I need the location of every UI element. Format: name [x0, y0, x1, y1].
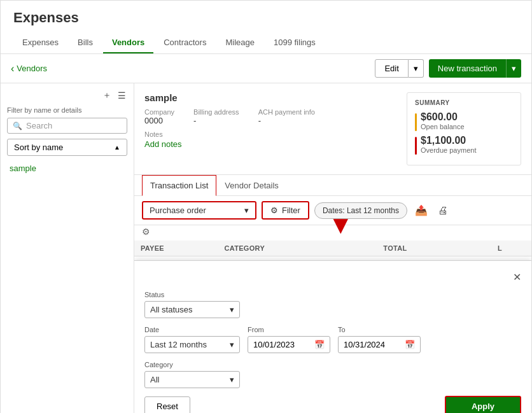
tab-contractors[interactable]: Contractors — [155, 32, 215, 53]
content-area: sample Company 0000 Billing address - AC… — [134, 83, 531, 413]
chevron-down-icon: ▾ — [230, 375, 234, 384]
content-tab-bar: Transaction List Vendor Details — [134, 175, 531, 196]
company-value: 0000 — [144, 116, 163, 125]
tab-expenses[interactable]: Expenses — [13, 32, 67, 53]
from-field: From 📅 — [248, 326, 330, 353]
overdue-bar — [415, 137, 417, 155]
page-title: Expenses — [13, 10, 519, 26]
notes-label: Notes — [144, 130, 394, 138]
add-notes-link[interactable]: Add notes — [144, 139, 182, 149]
new-transaction-button[interactable]: New transaction — [429, 59, 506, 78]
vendor-billing-field: Billing address - — [193, 108, 239, 125]
gear-row: ⚙ — [134, 225, 531, 241]
purchase-order-select[interactable]: Purchase order ▾ — [142, 201, 256, 220]
tab-bills[interactable]: Bills — [69, 32, 102, 53]
add-vendor-button[interactable]: ＋ — [101, 88, 113, 102]
vendor-card: sample Company 0000 Billing address - AC… — [134, 83, 531, 175]
vendor-notes: Notes Add notes — [144, 130, 394, 149]
print-button[interactable]: 🖨 — [435, 202, 451, 219]
edit-button[interactable]: Edit — [375, 59, 408, 78]
sort-label: Sort by name — [14, 143, 63, 152]
open-balance-amount: $600.00 — [421, 111, 465, 123]
chevron-down-icon: ▾ — [244, 206, 249, 215]
back-to-vendors[interactable]: Vendors — [11, 63, 47, 74]
date-row: Date Last 12 months ▾ From 📅 — [144, 326, 521, 353]
filter-actions: Reset Apply — [144, 396, 521, 413]
search-box: 🔍 — [7, 118, 127, 134]
new-transaction-dropdown-button[interactable]: ▾ — [506, 59, 521, 78]
apply-button[interactable]: Apply — [445, 396, 521, 413]
overdue-amount: $1,100.00 — [421, 135, 476, 146]
search-icon: 🔍 — [13, 122, 22, 130]
filter-button[interactable]: ⚙ Filter — [262, 201, 309, 220]
status-select[interactable]: All statuses ▾ — [144, 301, 240, 318]
date-field: Date Last 12 months ▾ — [144, 326, 240, 353]
open-balance-item: $600.00 Open balance — [415, 111, 513, 131]
sidebar-top: ＋ ☰ — [7, 88, 127, 102]
transaction-toolbar: Purchase order ▾ ⚙ Filter Dates: Last 12… — [134, 196, 531, 225]
export-button[interactable]: 📤 — [412, 202, 430, 219]
ach-value: - — [258, 116, 261, 125]
status-row: Status All statuses ▾ — [144, 291, 521, 318]
status-value: All statuses — [150, 305, 192, 314]
from-date-input: 📅 — [248, 336, 330, 353]
vendor-sidebar: ＋ ☰ Filter by name or details 🔍 Sort by … — [1, 83, 134, 413]
chevron-down-icon: ▾ — [414, 64, 418, 73]
overdue-item: $1,100.00 Overdue payment — [415, 135, 513, 155]
filter-label: Filter — [282, 206, 300, 215]
date-select[interactable]: Last 12 months ▾ — [144, 336, 240, 353]
vendor-list-item[interactable]: sample — [7, 158, 127, 178]
col-payee: PAYEE — [134, 241, 218, 256]
summary-box: SUMMARY $600.00 Open balance $1,100.00 O… — [407, 92, 521, 165]
tab-1099[interactable]: 1099 filings — [265, 32, 325, 53]
sidebar-menu-button[interactable]: ☰ — [116, 89, 127, 102]
reset-button[interactable]: Reset — [144, 396, 190, 413]
chevron-down-icon: ▾ — [512, 64, 516, 73]
calendar-icon[interactable]: 📅 — [314, 340, 325, 349]
vendor-fields: Company 0000 Billing address - ACH payme… — [144, 108, 394, 125]
filter-lines-icon: ⚙ — [270, 206, 278, 215]
vendor-name: sample — [144, 92, 394, 103]
tab-mileage[interactable]: Mileage — [216, 32, 263, 53]
to-date-field[interactable] — [344, 340, 401, 349]
vendor-ach-field: ACH payment info - — [258, 108, 315, 125]
summary-title: SUMMARY — [415, 99, 513, 106]
settings-button[interactable]: ⚙ — [142, 227, 150, 237]
chevron-down-icon: ▾ — [230, 305, 234, 314]
category-select[interactable]: All ▾ — [144, 371, 240, 388]
filter-panel: ✕ Status All statuses ▾ Date — [134, 260, 531, 413]
main-layout: ＋ ☰ Filter by name or details 🔍 Sort by … — [1, 83, 531, 413]
status-label: Status — [144, 291, 240, 298]
page-toolbar: Vendors Edit ▾ New transaction ▾ — [1, 54, 531, 83]
toolbar-actions: Edit ▾ New transaction ▾ — [375, 59, 521, 78]
col-category: CATEGORY — [218, 241, 377, 256]
from-label: From — [248, 326, 330, 333]
sort-by-name-button[interactable]: Sort by name ▲ — [7, 139, 127, 156]
category-row: Category All ▾ — [144, 361, 521, 388]
calendar-icon[interactable]: 📅 — [405, 340, 415, 349]
billing-label: Billing address — [193, 108, 239, 116]
category-label: Category — [144, 361, 240, 368]
open-balance-label: Open balance — [421, 123, 465, 130]
col-l: L — [491, 241, 531, 256]
tab-bar: Expenses Bills Vendors Contractors Milea… — [13, 32, 519, 53]
open-balance-info: $600.00 Open balance — [421, 111, 465, 130]
from-date-field[interactable] — [253, 340, 311, 349]
date-value: Last 12 months — [150, 340, 207, 349]
tab-vendors[interactable]: Vendors — [103, 32, 153, 53]
vendor-main-info: sample Company 0000 Billing address - AC… — [144, 92, 394, 165]
edit-dropdown-button[interactable]: ▾ — [409, 59, 424, 78]
po-label: Purchase order — [150, 206, 206, 215]
table-header: PAYEE CATEGORY TOTAL L — [134, 241, 531, 256]
filter-close-button[interactable]: ✕ — [513, 271, 521, 283]
dates-filter-button[interactable]: Dates: Last 12 months — [314, 202, 407, 219]
to-field: To 📅 — [338, 326, 421, 353]
tab-vendor-details[interactable]: Vendor Details — [216, 175, 287, 196]
overdue-info: $1,100.00 Overdue payment — [421, 135, 476, 154]
company-label: Company — [144, 108, 174, 116]
search-input[interactable] — [26, 121, 122, 130]
col-total: TOTAL — [377, 241, 491, 256]
page-header: Expenses Expenses Bills Vendors Contract… — [1, 1, 531, 54]
tab-transaction-list[interactable]: Transaction List — [142, 175, 216, 196]
app-container: Expenses Expenses Bills Vendors Contract… — [0, 0, 532, 413]
